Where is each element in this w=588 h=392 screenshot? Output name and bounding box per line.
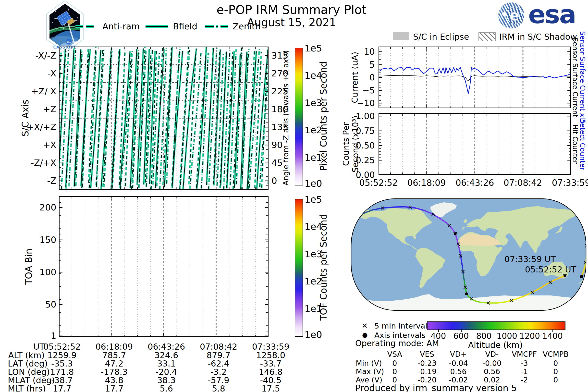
sensor-current-plot	[378, 46, 571, 108]
axis-intervals-label: Axis intervals	[374, 331, 426, 340]
map-start-time-label: 05:52:52 UT	[525, 264, 576, 274]
ephemeris-value: 05:52:52	[41, 342, 83, 352]
current-plot-right-label-blue: Sensor Surface Current x 5	[578, 31, 586, 124]
sc-axis-plot	[59, 46, 268, 190]
toa-ytick-label: 150	[20, 235, 56, 245]
antiram-legend-label: Anti-ram	[102, 22, 140, 31]
pixel-counts-colorbar	[295, 48, 303, 186]
toa-ytick-label: 100	[20, 267, 56, 277]
pixel-colorbar-tick-label: 1e3	[304, 98, 322, 108]
ephemeris-value: 06:43:26	[146, 342, 187, 352]
epop-irm-summary-page: CSA CASSIOPE e-POP IRM Summary Plot Augu…	[0, 0, 588, 392]
sc-ytick-label: +X/+Z	[20, 122, 56, 132]
pixel-colorbar-tick-label: 1e4	[304, 70, 322, 81]
shadow-legend-label: IRM in S/C Shadow	[499, 32, 577, 42]
sc-angle-tick-label: 45	[272, 158, 283, 168]
counts-ytick-label: 1.00	[338, 111, 375, 121]
current-ytick-label: −10	[338, 98, 375, 108]
sc-ytick-label: +Z	[20, 104, 56, 114]
ephemeris-row-label: MLT (hrs)	[8, 384, 44, 392]
voltage-column-header: VD-	[475, 350, 509, 358]
sc-angle-tick-label: 90	[272, 140, 283, 150]
dot-marker-icon: ●	[362, 331, 368, 338]
five-min-intervals-label: 5 min intervals	[374, 322, 431, 330]
voltage-value: 0	[538, 376, 573, 384]
sc-ytick-label: -X/-Z	[20, 50, 56, 60]
counts-ytick-label: 0.25	[338, 155, 375, 165]
voltage-value: 0	[378, 359, 412, 368]
pixel-colorbar-tick-label: 1e0	[304, 178, 322, 189]
ephemeris-value: 17.5	[250, 384, 292, 392]
voltage-column-header: VMCPF	[507, 350, 542, 358]
ephemeris-row-label: UT	[8, 342, 44, 352]
ephemeris-value: 06:18:09	[93, 342, 135, 352]
ephemeris-value: 17.7	[41, 384, 83, 392]
esa-globe-icon: e	[498, 2, 524, 28]
voltage-value: -0.00	[475, 359, 509, 368]
current-ytick-label: 0	[338, 72, 375, 82]
bfield-legend-label: Bfield	[173, 22, 198, 31]
voltage-value: -3	[507, 359, 542, 368]
bfield-legend-swatch	[145, 24, 168, 29]
ephemeris-value: 5.8	[198, 384, 239, 392]
voltage-value: -0.23	[410, 359, 444, 368]
sc-angle-tick-label: 225	[272, 86, 288, 96]
toa-ytick-label: 50	[20, 300, 56, 310]
sc-angle-tick-label: 270	[272, 68, 288, 78]
sc-ytick-label: -Z	[20, 176, 56, 186]
tof-colorbar-tick-label: 1e2	[304, 276, 322, 287]
counters-plot	[378, 113, 571, 175]
sc-ytick-label: +Z/-X	[20, 86, 56, 96]
pixel-colorbar-tick-label: 1e1	[304, 152, 322, 163]
toa-bin-plot	[59, 196, 268, 337]
voltage-value: 0	[538, 367, 573, 376]
map-end-time-label: 07:33:59 UT	[504, 254, 556, 264]
antiram-legend-swatch	[75, 24, 98, 29]
voltage-column-header: VCMPB	[538, 350, 573, 358]
zenith-legend-label: Zenith	[233, 22, 260, 31]
time-xtick-label: 05:52:52	[358, 178, 399, 188]
voltage-value: 0	[378, 367, 412, 376]
toa-ytick-label: 200	[20, 202, 56, 212]
current-ytick-label: −5	[338, 86, 375, 95]
tof-colorbar-tick-label: 1e4	[304, 221, 322, 232]
voltage-value: 0	[538, 359, 573, 368]
zenith-legend-swatch	[205, 24, 228, 29]
ephemeris-value: 07:08:42	[198, 342, 239, 352]
sc-angle-tick-label: 315	[272, 50, 288, 60]
voltage-value: 0.56	[441, 367, 476, 376]
voltage-column-header: VES	[410, 350, 444, 358]
produced-by-footer: Produced by irm_summary version 5	[355, 383, 517, 392]
toa-plot-ylabel: TOA Bin	[24, 248, 34, 284]
eclipse-legend-label: S/C in Eclipse	[413, 32, 469, 42]
time-xtick-label: 06:18:09	[406, 178, 447, 188]
counts-ytick-label: 0.75	[338, 126, 375, 136]
time-xtick-label: 06:43:26	[454, 178, 496, 188]
page-title: e-POP IRM Summary Plot	[216, 3, 366, 17]
tof-colorbar-tick-label: 1e5	[304, 194, 322, 205]
sc-ytick-label: -X	[20, 68, 56, 78]
sc-angle-tick-label: 135	[272, 122, 288, 132]
toa-ytick-label: 1	[20, 331, 56, 341]
svg-text:CSA: CSA	[67, 41, 70, 43]
pixel-colorbar-tick-label: 1e2	[304, 125, 322, 136]
shadow-legend-swatch	[478, 32, 496, 41]
esa-wordmark: esa	[528, 0, 576, 30]
voltage-value: 0.56	[475, 367, 509, 376]
pixel-colorbar-tick-label: 1e5	[304, 43, 322, 54]
sc-angle-tick-label: 0	[272, 176, 277, 186]
ephemeris-value: 17.7	[93, 384, 135, 392]
eclipse-legend-swatch	[393, 32, 409, 40]
counts-ytick-label: 0.50	[338, 141, 375, 150]
voltage-column-header: VSA	[378, 350, 412, 358]
time-xtick-label: 07:33:59	[550, 178, 588, 188]
counts-plot-right-label-black: Hit Counter	[571, 124, 579, 164]
sc-ytick-label: +X	[20, 140, 56, 150]
altitude-colorbar-label: Altitude (km)	[468, 340, 522, 350]
altitude-colorbar	[427, 322, 566, 330]
voltage-column-header: VD+	[441, 350, 476, 358]
counts-plot-right-label-blue: Detect Counter	[578, 118, 586, 170]
tof-counts-colorbar	[295, 199, 303, 337]
voltage-value: -0.04	[441, 359, 476, 368]
current-plot-right-label-black: Sensor Surface Current	[571, 38, 579, 117]
